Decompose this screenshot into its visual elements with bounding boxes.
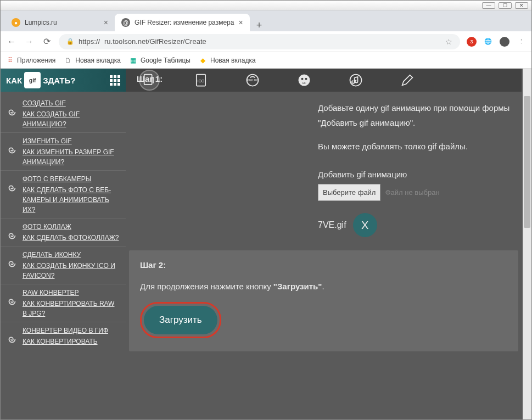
sidebar-title[interactable]: RAW КОНВЕРТЕР: [23, 288, 120, 298]
gif-logo-icon: gif: [24, 72, 41, 88]
tool-tab-edit[interactable]: [397, 70, 418, 91]
sidebar: КАК gif ЗДАТЬ? СОЗДАТЬ GIFКАК СОЗДАТЬ GI…: [1, 69, 126, 420]
uploaded-filename: 7VE.gif: [318, 217, 346, 233]
sidebar-header-text2: ЗДАТЬ?: [43, 76, 75, 85]
tab-close-icon[interactable]: ×: [104, 18, 108, 27]
sidebar-item-collage[interactable]: ФОТО КОЛЛАЖКАК СДЕЛАТЬ ФОТОКОЛЛАЖ?: [1, 219, 126, 247]
browser-menu-icon[interactable]: ⋮: [516, 37, 526, 47]
sidebar-desc[interactable]: КАК СДЕЛАТЬ ФОТОКОЛЛАЖ?: [23, 233, 119, 243]
extension-globe-icon[interactable]: 🌐: [483, 37, 493, 47]
svg-text:ICO: ICO: [198, 79, 205, 83]
url-prefix: https://: [79, 37, 100, 46]
sidebar-desc[interactable]: КАК ИЗМЕНИТЬ РАЗМЕР GIF АНИМАЦИИ?: [23, 147, 120, 167]
sidebar-item-create-gif[interactable]: СОЗДАТЬ GIFКАК СОЗДАТЬ GIF АНИМАЦИЮ?: [1, 95, 126, 133]
browser-toolbar: ← → ⟳ 🔒 https://ru.toolson.net/GifResize…: [1, 31, 531, 52]
tab-close-icon[interactable]: ×: [238, 18, 243, 27]
sidebar-title[interactable]: СОЗДАТЬ GIF: [23, 98, 120, 108]
sidebar-items: СОЗДАТЬ GIFКАК СОЗДАТЬ GIF АНИМАЦИЮ? ИЗМ…: [1, 92, 126, 353]
tool-tab-raw[interactable]: RAW JPG: [242, 70, 263, 91]
bookmark-label: Приложения: [17, 57, 55, 64]
nav-back[interactable]: ←: [6, 37, 17, 47]
upload-button-highlight: Загрузить: [140, 302, 221, 338]
tool-tab-audio[interactable]: [345, 70, 366, 91]
bookmark-label: Новая вкладка: [75, 57, 121, 64]
bookmark-newtab1[interactable]: 🗋 Новая вкладка: [64, 57, 121, 64]
window-close[interactable]: ✕: [515, 2, 528, 9]
sidebar-desc[interactable]: КАК КОНВЕРТИРОВАТЬ RAW В JPG?: [23, 299, 120, 318]
url-bar[interactable]: 🔒 https://ru.toolson.net/GifResizer/Crea…: [59, 34, 460, 49]
file-status: Файл не выбран: [385, 188, 440, 197]
window-minimize[interactable]: —: [482, 2, 495, 9]
new-tab-button[interactable]: +: [250, 20, 269, 31]
sidebar-desc[interactable]: КАК СДЕЛАТЬ ФОТО С ВЕБ-КАМЕРЫ И АНИМИРОВ…: [23, 185, 120, 215]
sidebar-title[interactable]: ФОТО С ВЕБКАМЕРЫ: [23, 174, 120, 184]
extension-icons: 3 🌐 ⋮: [467, 37, 526, 47]
bookmark-newtab2[interactable]: ◆ Новая вкладка: [199, 57, 256, 64]
sidebar-item-raw[interactable]: RAW КОНВЕРТЕРКАК КОНВЕРТИРОВАТЬ RAW В JP…: [1, 284, 126, 322]
sidebar-header[interactable]: КАК gif ЗДАТЬ?: [1, 69, 126, 92]
sidebar-desc[interactable]: КАК СОЗДАТЬ ИКОНКУ ICO И FAVICON?: [23, 261, 120, 281]
bookmark-label: Новая вкладка: [210, 57, 256, 64]
sidebar-item-resize-gif[interactable]: ИЗМЕНИТЬ GIFКАК ИЗМЕНИТЬ РАЗМЕР GIF АНИМ…: [1, 133, 126, 171]
sidebar-title[interactable]: ИЗМЕНИТЬ GIF: [23, 136, 120, 146]
nav-reload[interactable]: ⟳: [41, 36, 52, 47]
instruction-text: Добавьте одину gif анимацию при помощи ф…: [318, 100, 511, 130]
tab-lumpics[interactable]: ● Lumpics.ru ×: [5, 14, 115, 31]
step2-text: Для продолжения нажмите кнопку "Загрузит…: [140, 282, 507, 291]
profile-avatar[interactable]: [500, 37, 509, 47]
sidebar-header-text: КАК: [6, 76, 22, 85]
step1-instructions: Добавьте одину gif анимацию при помощи ф…: [318, 100, 511, 237]
bookmarks-bar: ⠿ Приложения 🗋 Новая вкладка ▦ Google Та…: [1, 52, 531, 69]
spiral-icon: [6, 333, 18, 345]
step2-area: Шаг 2: Для продолжения нажмите кнопку "З…: [129, 250, 518, 351]
spiral-icon: [6, 144, 18, 156]
upload-button[interactable]: Загрузить: [144, 306, 217, 334]
lock-icon: 🔒: [66, 38, 74, 45]
spiral-icon: [6, 182, 18, 194]
instruction-text: Вы можете добавлять толко gif файлы.: [318, 139, 511, 154]
tab-gifresizer[interactable]: @ GIF Resizer: изменение размера ×: [115, 14, 250, 31]
diamond-icon: ◆: [199, 57, 207, 64]
page-icon: 🗋: [64, 57, 72, 64]
favicon-lumpics: ●: [12, 18, 20, 27]
bookmark-star-icon[interactable]: ☆: [445, 37, 452, 46]
bookmark-sheets[interactable]: ▦ Google Таблицы: [130, 57, 191, 64]
sidebar-item-video[interactable]: КОНВЕРТЕР ВИДЕО В ГИФКАК КОНВЕРТИРОВАТЬ: [1, 322, 126, 350]
sidebar-desc[interactable]: КАК СОЗДАТЬ GIF АНИМАЦИЮ?: [23, 109, 120, 129]
remove-file-button[interactable]: X: [353, 213, 377, 237]
step2-title: Шаг 2:: [140, 260, 507, 270]
window-maximize[interactable]: ☐: [499, 2, 512, 9]
sidebar-item-icon[interactable]: СДЕЛАТЬ ИКОНКУКАК СОЗДАТЬ ИКОНКУ ICO И F…: [1, 247, 126, 284]
uploaded-file-row: 7VE.gif X: [318, 213, 511, 237]
add-gif-label: Добавить gif анимацию: [318, 167, 511, 182]
sheets-icon: ▦: [130, 57, 137, 64]
page-content: КАК gif ЗДАТЬ? СОЗДАТЬ GIFКАК СОЗДАТЬ GI…: [1, 69, 531, 420]
step1-preview: [137, 100, 318, 237]
extension-lastpass-icon[interactable]: 3: [467, 37, 477, 47]
svg-text:RAW JPG: RAW JPG: [247, 79, 258, 82]
step1-area: Добавьте одину gif анимацию при помощи ф…: [126, 92, 522, 246]
main-content: Шаг 1: ICO RAW JPG GIF Добавьте одину gi…: [126, 69, 531, 420]
sidebar-title[interactable]: КОНВЕРТЕР ВИДЕО В ГИФ: [23, 326, 108, 335]
scrollbar[interactable]: [523, 69, 531, 420]
url-text: ru.toolson.net/GifResizer/Create: [104, 37, 206, 46]
bookmark-apps[interactable]: ⠿ Приложения: [6, 57, 55, 64]
svg-point-6: [301, 77, 304, 81]
svg-point-7: [305, 77, 308, 81]
favicon-toolson: @: [121, 18, 130, 27]
tool-tab-video-gif[interactable]: GIF: [294, 70, 315, 91]
svg-text:GIF: GIF: [302, 82, 306, 85]
apps-icon: ⠿: [6, 57, 14, 64]
sidebar-title[interactable]: СДЕЛАТЬ ИКОНКУ: [23, 250, 120, 260]
file-input-row: Выберите файл Файл не выбран: [318, 184, 511, 201]
sidebar-title[interactable]: ФОТО КОЛЛАЖ: [23, 222, 119, 232]
spiral-icon: [6, 106, 18, 118]
scrollbar-thumb[interactable]: [524, 96, 530, 228]
tool-tabs: ICO RAW JPG GIF: [126, 69, 522, 92]
choose-file-button[interactable]: Выберите файл: [318, 184, 380, 201]
sidebar-desc[interactable]: КАК КОНВЕРТИРОВАТЬ: [23, 337, 108, 346]
sidebar-item-webcam[interactable]: ФОТО С ВЕБКАМЕРЫКАК СДЕЛАТЬ ФОТО С ВЕБ-К…: [1, 171, 126, 219]
tool-tab-ico[interactable]: ICO: [191, 70, 211, 91]
nav-forward[interactable]: →: [24, 37, 35, 47]
grid-menu-icon[interactable]: [110, 75, 120, 86]
